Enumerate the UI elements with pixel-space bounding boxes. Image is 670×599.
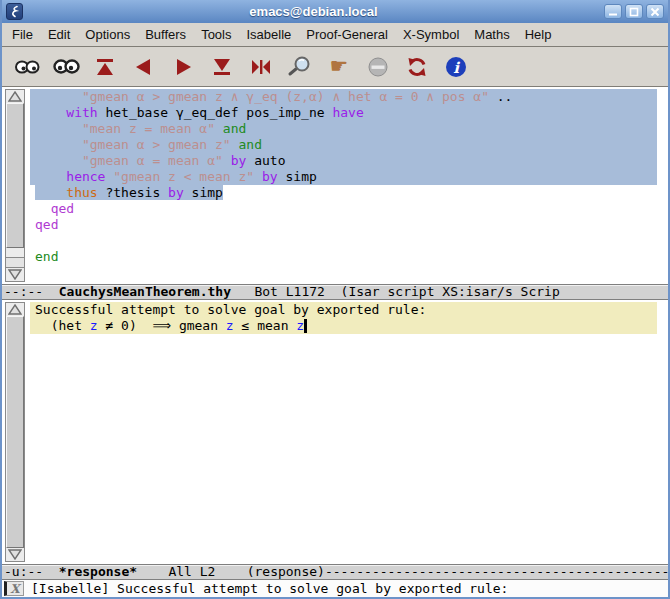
code-segment: "mean z = mean α" [82, 121, 215, 136]
minibuffer[interactable]: X [Isabelle] Successful attempt to solve… [2, 580, 668, 597]
code-segment: .. [489, 89, 512, 104]
code-segment [35, 137, 82, 152]
code-segment: qed [51, 201, 74, 216]
stop-icon[interactable] [363, 53, 393, 81]
menu-item-file[interactable]: File [12, 27, 33, 42]
goggles-icon[interactable] [12, 53, 42, 81]
minimize-icon [608, 7, 618, 16]
buffer-line: "mean z = mean α" and [30, 121, 657, 137]
menu-item-isabelle[interactable]: Isabelle [246, 27, 291, 42]
scroll-down-icon[interactable] [6, 268, 24, 281]
next-step-icon[interactable] [168, 53, 198, 81]
script-window: "gmean α > gmean z ∧ γ_eq (z,α) ∧ het α … [2, 87, 668, 284]
code-segment [223, 153, 231, 168]
script-scrollbar[interactable] [2, 87, 30, 284]
menu-item-proof-general[interactable]: Proof-General [306, 27, 388, 42]
goto-start-icon[interactable] [90, 53, 120, 81]
buffer-name: *response* [59, 564, 137, 579]
buffer-line: "gmean α = mean α" by auto [30, 153, 657, 169]
undo-step-icon[interactable] [129, 53, 159, 81]
menu-item-x-symbol[interactable]: X-Symbol [403, 27, 459, 42]
code-segment [35, 89, 82, 104]
code-segment: ≠ 0) ⟹ gmean [98, 318, 226, 333]
code-segment: simp [278, 169, 317, 184]
window-menu-icon[interactable] [6, 3, 23, 20]
menu-item-edit[interactable]: Edit [48, 27, 70, 42]
menu-item-maths[interactable]: Maths [474, 27, 509, 42]
buffer-line: qed [30, 201, 657, 217]
buffer-line: thus ?thesis by simp [30, 185, 657, 201]
buffer-line: qed [30, 217, 657, 233]
code-segment: (het [35, 318, 90, 333]
scrollbar-thumb[interactable] [6, 316, 24, 548]
buffer-line [30, 233, 657, 249]
restart-icon[interactable] [402, 53, 432, 81]
goggles-large-icon[interactable] [51, 53, 81, 81]
code-segment: "gmean α = mean α" [82, 153, 223, 168]
code-segment: ≤ mean [234, 318, 297, 333]
code-segment: thus [66, 185, 97, 200]
scroll-down-icon[interactable] [6, 548, 24, 561]
proof-general-toolbar: ☛ i [2, 47, 668, 87]
code-segment [35, 121, 82, 136]
code-segment [35, 185, 66, 200]
menu-bar: File Edit Options Buffers Tools Isabelle… [2, 23, 668, 47]
menu-item-help[interactable]: Help [525, 27, 552, 42]
echo-area-message: [Isabelle] Successful attempt to solve g… [31, 581, 508, 596]
buffer-line: Successful attempt to solve goal by expo… [30, 302, 657, 318]
code-segment [254, 169, 262, 184]
code-segment [35, 169, 66, 184]
menu-item-tools[interactable]: Tools [201, 27, 231, 42]
code-segment: end [35, 249, 58, 264]
code-segment: Successful attempt to solve goal by expo… [35, 302, 426, 317]
maximize-button[interactable] [625, 4, 643, 19]
emacs-logo-icon [8, 5, 21, 18]
goto-point-icon[interactable] [246, 53, 276, 81]
scrollbar-endcap [6, 257, 24, 268]
issue-command-icon[interactable]: ☛ [324, 53, 354, 81]
code-segment [215, 121, 223, 136]
mode-line-flags: --:-- [4, 284, 59, 299]
code-segment: "gmean α > gmean z" [82, 137, 231, 152]
minimize-button[interactable] [604, 4, 622, 19]
close-button[interactable] [646, 4, 664, 19]
code-segment [35, 153, 82, 168]
scrollbar-thumb[interactable] [6, 103, 24, 248]
close-icon [650, 7, 660, 17]
buffer-line: with het_base γ_eq_def pos_imp_ne have [30, 105, 657, 121]
code-segment [231, 137, 239, 152]
code-segment: ?thesis [98, 185, 168, 200]
code-segment: hence [66, 169, 105, 184]
code-segment: z [90, 318, 98, 333]
window-title: emacs@debian.local [23, 4, 604, 19]
buffer-line: end [30, 249, 657, 265]
response-mode-line: -u:-- *response* All L2 (response)------… [2, 564, 668, 580]
text-cursor [304, 319, 307, 333]
menu-item-options[interactable]: Options [85, 27, 130, 42]
scroll-up-icon[interactable] [6, 90, 24, 103]
code-segment: and [223, 121, 246, 136]
code-segment: with [66, 105, 97, 120]
code-segment: by [262, 169, 278, 184]
code-segment [35, 233, 43, 248]
script-buffer-text[interactable]: "gmean α > gmean z ∧ γ_eq (z,α) ∧ het α … [30, 87, 657, 284]
code-segment: "gmean z < mean z" [113, 169, 254, 184]
response-buffer-text[interactable]: Successful attempt to solve goal by expo… [30, 300, 657, 564]
buffer-line: "gmean α > gmean z" and [30, 137, 657, 153]
code-segment: auto [246, 153, 285, 168]
code-segment: by [231, 153, 247, 168]
title-bar: emacs@debian.local [2, 0, 668, 23]
menu-item-buffers[interactable]: Buffers [145, 27, 186, 42]
response-scrollbar[interactable] [2, 300, 30, 564]
code-segment: simp [184, 185, 223, 200]
info-icon[interactable]: i [441, 53, 471, 81]
scroll-up-icon[interactable] [6, 303, 24, 316]
code-segment [35, 201, 51, 216]
code-segment [35, 105, 66, 120]
code-segment: and [239, 137, 262, 152]
x-symbol-indicator-icon: X [4, 581, 24, 596]
code-segment: qed [35, 217, 58, 232]
goto-end-icon[interactable] [207, 53, 237, 81]
buffer-line: (het z ≠ 0) ⟹ gmean z ≤ mean z [30, 318, 657, 334]
find-theorems-icon[interactable] [285, 53, 315, 81]
